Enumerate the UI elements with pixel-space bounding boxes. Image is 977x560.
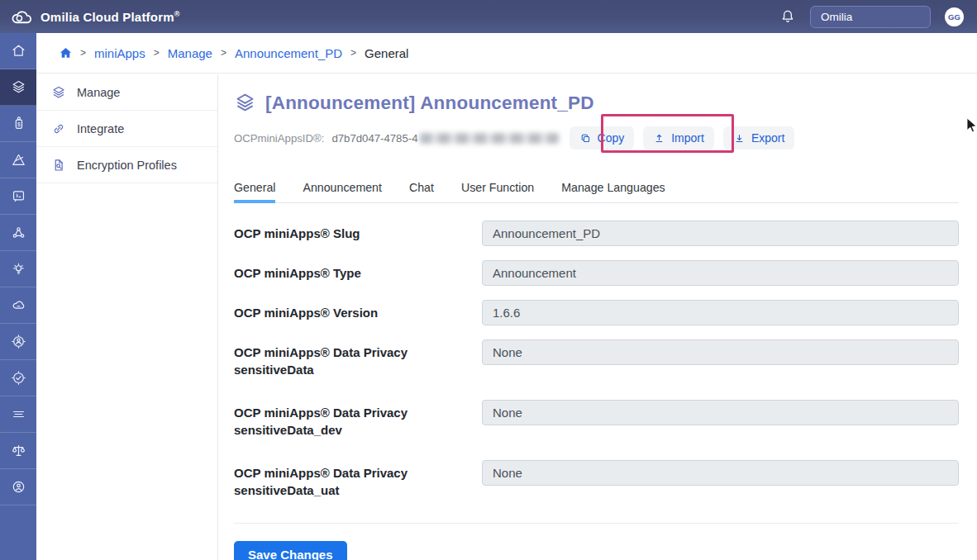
rail-item-quality[interactable] (0, 360, 36, 396)
sidebar-item-label: Manage (77, 86, 120, 99)
sidebar-item-encryption-profiles[interactable]: Encryption Profiles (36, 147, 217, 183)
breadcrumb: > miniApps > Manage > Announcement_PD > … (36, 33, 977, 74)
insights-bulb-icon (11, 261, 26, 277)
agent-settings-gear-icon (11, 334, 26, 349)
copy-icon (579, 132, 592, 145)
form-row-version: OCP miniApps® Version (234, 300, 959, 325)
breadcrumb-link-manage[interactable]: Manage (168, 46, 212, 60)
sensitive-data-dev-field[interactable] (482, 400, 959, 425)
billing-icon: $ (11, 116, 26, 131)
rail-item-miniapps[interactable] (0, 69, 36, 106)
rail-item-cloud-services[interactable] (0, 287, 36, 324)
compliance-scales-icon (11, 443, 26, 458)
rail-item-analytics[interactable] (0, 142, 36, 178)
layers-icon (51, 85, 66, 100)
link-icon (51, 121, 66, 136)
sensitive-data-field[interactable] (482, 339, 959, 365)
tab-general[interactable]: General (234, 181, 275, 202)
breadcrumb-separator: > (350, 47, 356, 59)
title-row: [Announcement] Announcement_PD (234, 92, 959, 114)
tab-chat[interactable]: Chat (409, 181, 434, 202)
tab-announcement[interactable]: Announcement (303, 181, 381, 202)
encryption-profile-icon (51, 158, 66, 173)
save-changes-button[interactable]: Save Changes (234, 541, 347, 560)
export-button[interactable]: Export (723, 126, 794, 149)
rail-item-support[interactable] (0, 469, 36, 505)
rail-item-agent-settings[interactable] (0, 324, 36, 360)
screen: Omilia Cloud Platform® Omilia GG $ (0, 0, 977, 560)
breadcrumb-link-miniapps[interactable]: miniApps (94, 46, 145, 60)
import-button-label: Import (671, 131, 704, 145)
form-row-sensitive-data-uat: OCP miniApps® Data Privacy sensitiveData… (234, 460, 959, 499)
sidebar-item-integrate[interactable]: Integrate (36, 111, 217, 147)
avatar[interactable]: GG (945, 7, 964, 26)
topbar: Omilia Cloud Platform® Omilia GG (0, 0, 977, 33)
type-field[interactable] (482, 260, 959, 286)
brand-title: Omilia Cloud Platform® (41, 10, 180, 24)
miniapps-layers-icon (11, 79, 26, 95)
sidebar-item-manage[interactable]: Manage (36, 74, 217, 111)
sidebar-item-label: Integrate (77, 122, 124, 135)
rail-item-console[interactable] (0, 178, 36, 215)
queues-stack-icon (11, 406, 26, 422)
miniapp-layers-icon (234, 92, 256, 114)
icon-rail: $ (0, 33, 36, 560)
topbar-right: Omilia GG (779, 6, 964, 28)
version-field[interactable] (482, 300, 959, 325)
copy-button-label: Copy (598, 131, 625, 145)
miniapp-id-row: OCPminiAppsID®: d7b7d047-4785-4 Copy Imp… (234, 126, 959, 149)
rail-item-orchestrator[interactable] (0, 215, 36, 251)
rail-item-compliance[interactable] (0, 433, 36, 469)
page-title: [Announcement] Announcement_PD (265, 93, 594, 114)
svg-text:$: $ (17, 121, 21, 127)
miniapp-id-redacted (420, 133, 559, 144)
field-label: OCP miniApps® Data Privacy sensitiveData… (234, 400, 482, 439)
copy-button[interactable]: Copy (570, 126, 635, 149)
upload-icon (653, 132, 665, 145)
org-selector[interactable]: Omilia (810, 6, 931, 28)
breadcrumb-separator: > (154, 47, 160, 59)
field-label: OCP miniApps® Type (234, 260, 482, 282)
breadcrumb-current: General (365, 46, 408, 60)
rail-item-queues[interactable] (0, 396, 36, 433)
side-nav: Manage Integrate Encryption Profiles (36, 74, 218, 560)
breadcrumb-link-announcement-pd[interactable]: Announcement_PD (235, 46, 342, 60)
cloud-logo-icon (11, 10, 33, 24)
rail-item-billing[interactable]: $ (0, 106, 36, 142)
breadcrumb-separator: > (221, 47, 226, 59)
footer-divider (234, 523, 959, 524)
main-content: [Announcement] Announcement_PD OCPminiAp… (218, 74, 977, 560)
breadcrumb-separator: > (80, 47, 86, 59)
slug-field[interactable] (482, 221, 959, 246)
import-button[interactable]: Import (643, 126, 714, 149)
form-row-sensitive-data-dev: OCP miniApps® Data Privacy sensitiveData… (234, 400, 959, 439)
rail-item-home[interactable] (0, 33, 36, 69)
form-row-sensitive-data: OCP miniApps® Data Privacy sensitiveData (234, 339, 959, 378)
tab-user-function[interactable]: User Function (461, 181, 534, 202)
form-row-type: OCP miniApps® Type (234, 260, 959, 286)
miniapp-id-label: OCPminiAppsID®: (234, 132, 324, 145)
breadcrumb-home-icon[interactable] (60, 47, 72, 59)
field-label: OCP miniApps® Data Privacy sensitiveData (234, 339, 482, 378)
orchestrator-nodes-icon (11, 225, 26, 240)
cloud-services-icon (11, 297, 26, 313)
download-icon (733, 132, 746, 145)
tab-manage-languages[interactable]: Manage Languages (561, 181, 665, 202)
org-selector-value: Omilia (821, 11, 852, 23)
console-chat-icon (11, 188, 26, 204)
brand-registered-mark: ® (174, 10, 180, 18)
export-button-label: Export (751, 131, 784, 145)
field-label: OCP miniApps® Data Privacy sensitiveData… (234, 460, 482, 499)
rail-item-insights[interactable] (0, 251, 36, 287)
brand: Omilia Cloud Platform® (11, 10, 180, 24)
analytics-prism-icon (11, 152, 26, 168)
support-user-circle-icon (11, 479, 26, 495)
home-icon (11, 43, 26, 59)
field-label: OCP miniApps® Version (234, 300, 482, 321)
sensitive-data-uat-field[interactable] (482, 460, 959, 486)
tab-bar: General Announcement Chat User Function … (234, 181, 959, 203)
miniapp-id-value: d7b7d047-4785-4 (331, 132, 417, 145)
quality-check-badge-icon (11, 370, 26, 386)
notifications-bell-icon[interactable] (779, 8, 796, 25)
form-row-slug: OCP miniApps® Slug (234, 221, 959, 246)
